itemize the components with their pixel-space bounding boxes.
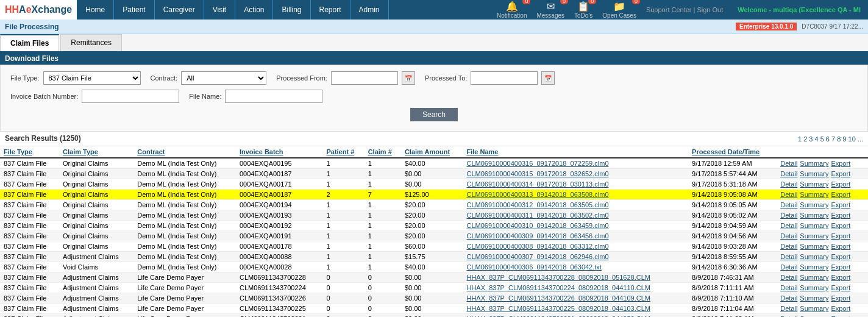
nav-admin[interactable]: Admin bbox=[350, 0, 389, 20]
tab-remittances[interactable]: Remittances bbox=[60, 34, 122, 51]
nav-caregiver[interactable]: Caregiver bbox=[155, 0, 204, 20]
logo[interactable]: HHAeXchange bbox=[0, 0, 77, 20]
export-link[interactable]: Export bbox=[831, 191, 850, 198]
detail-link[interactable]: Detail bbox=[780, 243, 797, 250]
file-name-link[interactable]: CLM06910000400306_09142018_063042.txt bbox=[463, 262, 688, 272]
summary-link[interactable]: Summary bbox=[800, 222, 828, 229]
summary-link[interactable]: Summary bbox=[800, 263, 828, 271]
col-processed[interactable]: Processed Date/Time bbox=[688, 146, 777, 158]
detail-link[interactable]: Detail bbox=[780, 180, 797, 188]
file-name-link[interactable]: CLM06910000400309_09142018_063456.clm0 bbox=[463, 231, 688, 241]
col-claim[interactable]: Claim # bbox=[365, 146, 401, 158]
export-link[interactable]: Export bbox=[831, 263, 850, 271]
file-name-link[interactable]: HHAX_837P_CLM06911343700221_08092018_044… bbox=[463, 314, 688, 318]
detail-link[interactable]: Detail bbox=[780, 263, 797, 271]
file-name-link[interactable]: CLM06910000400312_09142018_063505.clm0 bbox=[463, 200, 688, 210]
col-amount[interactable]: Claim Amount bbox=[401, 146, 463, 158]
col-claim-type[interactable]: Claim Type bbox=[59, 146, 133, 158]
detail-link[interactable]: Detail bbox=[780, 160, 797, 167]
summary-link[interactable]: Summary bbox=[800, 294, 828, 302]
table-header-row: File Type Claim Type Contract Invoice Ba… bbox=[0, 146, 868, 158]
detail-link[interactable]: Detail bbox=[780, 201, 797, 208]
summary-link[interactable]: Summary bbox=[800, 180, 828, 188]
detail-link[interactable]: Detail bbox=[780, 284, 797, 291]
nav-visit[interactable]: Visit bbox=[204, 0, 235, 20]
notification-icon-group[interactable]: 🔔 0 Notification bbox=[497, 1, 527, 19]
file-name-link[interactable]: HHAX_837P_CLM06911343700224_08092018_044… bbox=[463, 283, 688, 293]
invoice-batch-input[interactable] bbox=[82, 90, 179, 103]
detail-link[interactable]: Detail bbox=[780, 232, 797, 240]
table-row: 837 Claim FileVoid ClaimsDemo ML (India … bbox=[0, 262, 868, 272]
summary-link[interactable]: Summary bbox=[800, 284, 828, 291]
export-link[interactable]: Export bbox=[831, 201, 850, 208]
detail-link[interactable]: Detail bbox=[780, 253, 797, 260]
contract-select[interactable]: All bbox=[181, 71, 266, 85]
search-button[interactable]: Search bbox=[410, 108, 458, 121]
export-link[interactable]: Export bbox=[831, 243, 850, 250]
detail-link[interactable]: Detail bbox=[780, 294, 797, 302]
messages-icon-group[interactable]: ✉ 0 Messages bbox=[536, 1, 564, 19]
support-links[interactable]: Support Center | Sign Out bbox=[646, 6, 723, 13]
file-name-input[interactable] bbox=[225, 90, 322, 103]
processed-from-input[interactable] bbox=[331, 71, 398, 85]
nav-home[interactable]: Home bbox=[77, 0, 114, 20]
summary-link[interactable]: Summary bbox=[800, 170, 828, 177]
summary-link[interactable]: Summary bbox=[800, 160, 828, 167]
detail-link[interactable]: Detail bbox=[780, 170, 797, 177]
form-row-2: Invoice Batch Number: File Name: bbox=[10, 90, 858, 103]
nav-patient[interactable]: Patient bbox=[114, 0, 154, 20]
export-link[interactable]: Export bbox=[831, 305, 850, 312]
export-link[interactable]: Export bbox=[831, 253, 850, 260]
file-name-link[interactable]: CLM06910000400313_09142018_063508.clm0 bbox=[463, 190, 688, 200]
summary-link[interactable]: Summary bbox=[800, 212, 828, 219]
summary-link[interactable]: Summary bbox=[800, 191, 828, 198]
tab-claim-files[interactable]: Claim Files bbox=[0, 34, 59, 51]
nav-action[interactable]: Action bbox=[235, 0, 273, 20]
processed-to-input[interactable] bbox=[471, 71, 538, 85]
file-name-link[interactable]: CLM06910000400316_09172018_072259.clm0 bbox=[463, 158, 688, 169]
col-file-name[interactable]: File Name bbox=[463, 146, 688, 158]
file-type-select[interactable]: 837 Claim File bbox=[43, 71, 141, 85]
file-name-link[interactable]: CLM06910000400311_09142018_063502.clm0 bbox=[463, 210, 688, 221]
processed-from-calendar[interactable]: 📅 bbox=[402, 71, 415, 85]
file-name-link[interactable]: CLM06910000400310_09142018_063459.clm0 bbox=[463, 221, 688, 231]
export-link[interactable]: Export bbox=[831, 274, 850, 281]
summary-link[interactable]: Summary bbox=[800, 243, 828, 250]
detail-link[interactable]: Detail bbox=[780, 191, 797, 198]
file-name-link[interactable]: CLM06910000400308_09142018_063312.clm0 bbox=[463, 241, 688, 252]
detail-link[interactable]: Detail bbox=[780, 212, 797, 219]
processed-to-calendar[interactable]: 📅 bbox=[541, 71, 555, 85]
col-invoice-batch[interactable]: Invoice Batch bbox=[236, 146, 323, 158]
file-name-link[interactable]: CLM06910000400314_09172018_030113.clm0 bbox=[463, 179, 688, 190]
summary-link[interactable]: Summary bbox=[800, 201, 828, 208]
export-link[interactable]: Export bbox=[831, 170, 850, 177]
export-link[interactable]: Export bbox=[831, 222, 850, 229]
file-name-link[interactable]: CLM06910000400315_09172018_032652.clm0 bbox=[463, 169, 688, 179]
export-link[interactable]: Export bbox=[831, 180, 850, 188]
pagination[interactable]: 1 2 3 4 5 6 7 8 9 10 ... bbox=[798, 135, 863, 143]
file-name-link[interactable]: CLM06910000400307_09142018_062946.clm0 bbox=[463, 252, 688, 262]
file-name-link[interactable]: HHAX_837P_CLM06911343700228_08092018_051… bbox=[463, 272, 688, 283]
summary-link[interactable]: Summary bbox=[800, 274, 828, 281]
summary-link[interactable]: Summary bbox=[800, 305, 828, 312]
file-name-link[interactable]: HHAX_837P_CLM06911343700225_08092018_044… bbox=[463, 304, 688, 314]
col-patient[interactable]: Patient # bbox=[322, 146, 364, 158]
col-contract[interactable]: Contract bbox=[133, 146, 236, 158]
nav-report[interactable]: Report bbox=[311, 0, 350, 20]
detail-link[interactable]: Detail bbox=[780, 274, 797, 281]
detail-link[interactable]: Detail bbox=[780, 222, 797, 229]
col-file-type[interactable]: File Type bbox=[0, 146, 59, 158]
summary-link[interactable]: Summary bbox=[800, 232, 828, 240]
results-table: File Type Claim Type Contract Invoice Ba… bbox=[0, 146, 868, 317]
export-link[interactable]: Export bbox=[831, 294, 850, 302]
export-link[interactable]: Export bbox=[831, 284, 850, 291]
export-link[interactable]: Export bbox=[831, 160, 850, 167]
open-cases-icon-group[interactable]: 📁 0 Open Cases bbox=[602, 1, 636, 19]
detail-link[interactable]: Detail bbox=[780, 305, 797, 312]
file-name-link[interactable]: HHAX_837P_CLM06911343700226_08092018_044… bbox=[463, 293, 688, 304]
summary-link[interactable]: Summary bbox=[800, 253, 828, 260]
export-link[interactable]: Export bbox=[831, 232, 850, 240]
nav-billing[interactable]: Billing bbox=[273, 0, 310, 20]
export-link[interactable]: Export bbox=[831, 212, 850, 219]
todos-icon-group[interactable]: 📋 0 ToDo's bbox=[574, 1, 592, 19]
